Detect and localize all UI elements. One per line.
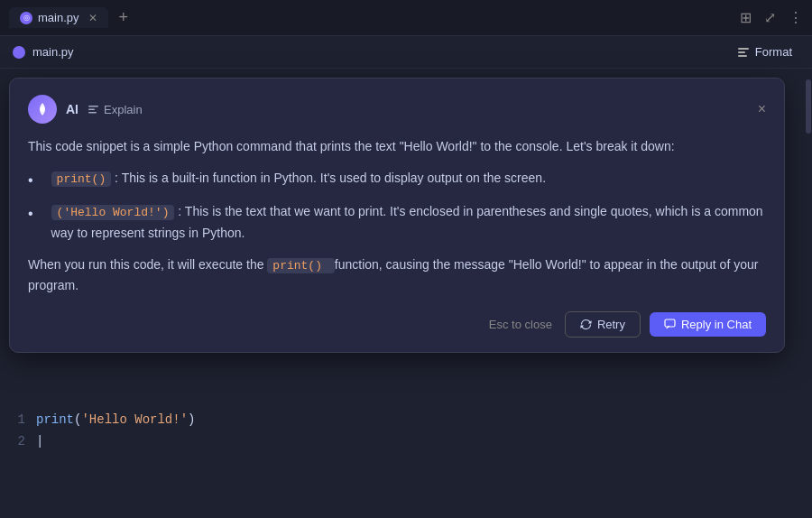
svg-rect-6 — [88, 112, 97, 114]
active-tab[interactable]: ◎ main.py ✕ — [9, 7, 108, 28]
format-button[interactable]: Format — [730, 42, 799, 62]
ai-panel: AI Explain × This code snippet is a simp… — [9, 78, 785, 353]
bullet-1-content: print() : This is a built-in function in… — [51, 168, 546, 189]
columns-icon[interactable]: ⊞ — [740, 9, 752, 26]
ai-footer-text: When you run this code, it will execute … — [28, 254, 766, 297]
esc-label: Esc to close — [489, 318, 552, 331]
toolbar: main.py Format — [0, 36, 812, 69]
code-print: print() — [51, 171, 112, 187]
tab-icon: ◎ — [20, 12, 32, 24]
bullet-1-text: : This is a built-in function in Python.… — [115, 171, 546, 185]
footer-text-1: When you run this code, it will execute … — [28, 257, 263, 272]
code-hello: ('Hello World!') — [51, 205, 175, 220]
svg-rect-7 — [665, 319, 675, 327]
code-content[interactable]: print('Hello World!') — [36, 402, 195, 518]
svg-rect-1 — [738, 51, 745, 53]
line-numbers: 1 2 — [0, 402, 36, 518]
ai-panel-footer: Esc to close Retry Reply in Chat — [28, 311, 766, 338]
code-line-2 — [36, 431, 195, 453]
tab-label: main.py — [38, 11, 79, 24]
close-panel-button[interactable]: × — [758, 101, 766, 117]
reply-in-chat-button[interactable]: Reply in Chat — [650, 312, 766, 337]
tab-close-button[interactable]: ✕ — [88, 12, 97, 24]
svg-rect-0 — [738, 48, 749, 50]
code-fn-print: print — [36, 410, 74, 431]
expand-icon[interactable]: ⤢ — [764, 9, 776, 26]
format-icon — [737, 46, 750, 59]
retry-label: Retry — [597, 318, 625, 331]
bullet-item-1: print() : This is a built-in function in… — [28, 168, 766, 192]
chat-icon — [664, 319, 676, 330]
explain-label: Explain — [104, 103, 143, 116]
bullet-list: print() : This is a built-in function in… — [28, 168, 766, 244]
more-options-icon[interactable]: ⋮ — [789, 9, 803, 26]
breadcrumb-icon — [13, 46, 25, 59]
code-paren-open: ( — [74, 410, 81, 431]
editor-area: AI Explain × This code snippet is a simp… — [0, 69, 812, 518]
retry-icon — [580, 319, 592, 330]
code-line-1: print('Hello World!') — [36, 410, 195, 431]
code-string: 'Hello World!' — [81, 410, 188, 431]
bullet-2-content: ('Hello World!') : This is the text that… — [51, 201, 766, 244]
ai-avatar — [28, 95, 57, 124]
svg-rect-4 — [88, 106, 98, 107]
retry-button[interactable]: Retry — [565, 311, 641, 338]
reply-label: Reply in Chat — [681, 318, 752, 331]
svg-rect-2 — [738, 55, 747, 57]
title-bar-actions: ⊞ ⤢ ⋮ — [740, 9, 803, 26]
scrollbar[interactable] — [805, 69, 812, 518]
code-print-inline: print() — [267, 258, 334, 273]
svg-rect-5 — [88, 108, 95, 110]
explain-icon — [88, 104, 99, 116]
bullet-item-2: ('Hello World!') : This is the text that… — [28, 201, 766, 244]
title-bar: ◎ main.py ✕ + ⊞ ⤢ ⋮ — [0, 0, 812, 36]
ai-label: AI — [66, 102, 78, 116]
line-number-2: 2 — [0, 431, 25, 453]
breadcrumb-text: main.py — [32, 45, 74, 59]
code-paren-close: ) — [188, 410, 195, 431]
new-tab-button[interactable]: + — [114, 8, 134, 27]
ai-description: This code snippet is a simple Python com… — [28, 136, 766, 157]
scrollbar-thumb[interactable] — [806, 79, 811, 134]
explain-button[interactable]: Explain — [88, 103, 143, 116]
format-label: Format — [755, 45, 792, 59]
svg-point-3 — [41, 107, 45, 112]
ai-content: This code snippet is a simple Python com… — [28, 136, 766, 297]
ai-panel-header: AI Explain × — [28, 95, 766, 124]
line-number-1: 1 — [0, 410, 25, 431]
